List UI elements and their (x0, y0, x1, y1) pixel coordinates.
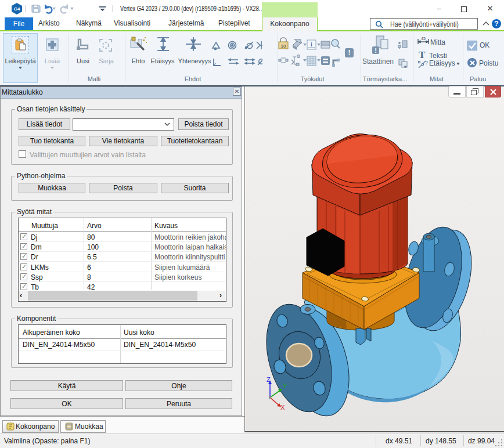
svg-text:Y: Y (283, 382, 287, 389)
svg-text:45: 45 (421, 37, 426, 41)
svg-text:G4: G4 (14, 6, 20, 12)
svg-text:10: 10 (281, 44, 286, 49)
svg-text:i: i (311, 41, 312, 48)
svg-text:?: ? (425, 60, 428, 66)
svg-text:X: X (280, 404, 285, 411)
svg-text:!: ! (375, 47, 377, 54)
svg-text:Z: Z (267, 376, 271, 383)
